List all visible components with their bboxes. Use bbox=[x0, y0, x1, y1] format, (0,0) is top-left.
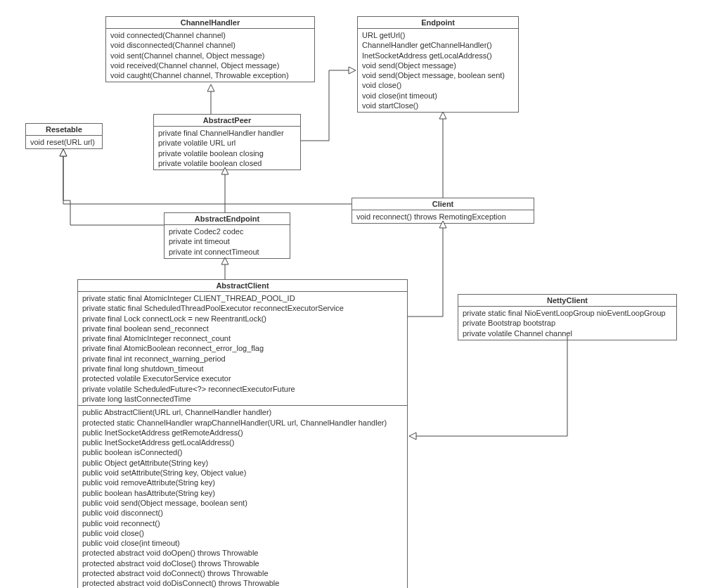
class-channel-handler: ChannelHandler void connected(Channel ch… bbox=[105, 16, 315, 82]
class-resetable: Resetable void reset(URL url) bbox=[25, 123, 103, 149]
class-members: void connected(Channel channel) void dis… bbox=[106, 29, 314, 82]
class-members: URL getUrl() ChannelHandler getChannelHa… bbox=[358, 29, 518, 112]
class-members: void reset(URL url) bbox=[26, 136, 102, 148]
class-title: AbstractEndpoint bbox=[165, 213, 290, 225]
class-title: Client bbox=[352, 198, 534, 210]
class-members: void reconnect() throws RemotingExceptio… bbox=[352, 210, 534, 223]
class-members: private static final NioEventLoopGroup n… bbox=[458, 307, 676, 340]
class-title: Resetable bbox=[26, 124, 102, 136]
class-title: AbstractClient bbox=[78, 280, 407, 292]
class-netty-client: NettyClient private static final NioEven… bbox=[458, 294, 677, 340]
class-abstract-endpoint: AbstractEndpoint private Codec2 codec pr… bbox=[164, 212, 290, 259]
class-title: Endpoint bbox=[358, 17, 518, 29]
class-title: NettyClient bbox=[458, 295, 676, 307]
class-members: private Codec2 codec private int timeout… bbox=[165, 225, 290, 258]
class-title: ChannelHandler bbox=[106, 17, 314, 29]
class-fields: private static final AtomicInteger CLIEN… bbox=[78, 292, 407, 406]
class-abstract-client: AbstractClient private static final Atom… bbox=[77, 279, 408, 588]
class-title: AbstractPeer bbox=[154, 115, 300, 127]
class-methods: public AbstractClient(URL url, ChannelHa… bbox=[78, 406, 407, 588]
class-endpoint: Endpoint URL getUrl() ChannelHandler get… bbox=[357, 16, 519, 113]
class-members: private final ChannelHandler handler pri… bbox=[154, 127, 300, 170]
class-abstract-peer: AbstractPeer private final ChannelHandle… bbox=[153, 114, 301, 170]
class-client: Client void reconnect() throws RemotingE… bbox=[352, 198, 534, 224]
